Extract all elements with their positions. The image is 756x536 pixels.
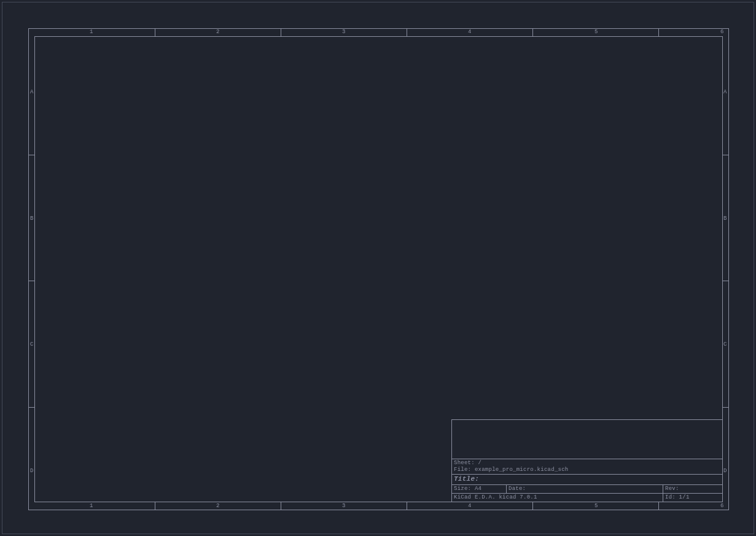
title-block-generator: KiCad E.D.A. kicad 7.0.1 [452,494,663,502]
title-block-title: Title: [452,475,722,484]
ruler-row-right: B [723,216,727,222]
ruler-tick [29,281,34,281]
title-block-date: Date: [506,485,663,493]
schematic-canvas[interactable]: 1 2 3 4 5 6 1 2 3 4 5 6 A B C D A B [2,2,754,534]
ruler-tick [29,155,34,155]
ruler-col-top: 3 [342,29,346,35]
title-block-id: Id: 1/1 [663,494,722,502]
ruler-row-right: D [723,468,727,474]
title-block-sheet: Sheet: / [454,460,720,467]
ruler-tick [532,502,533,510]
ruler-col-top: 5 [594,29,598,35]
ruler-tick [658,29,659,36]
ruler-col-top: 1 [90,29,93,35]
ruler-tick [407,502,407,510]
title-block-sheet-file: Sheet: / File: example_pro_micro.kicad_s… [452,459,722,474]
ruler-tick [155,29,155,36]
ruler-tick [723,155,728,155]
ruler-col-bottom: 2 [216,503,220,509]
ruler-col-bottom: 5 [594,503,598,509]
ruler-col-top: 6 [720,29,724,35]
sheet-frame: 1 2 3 4 5 6 1 2 3 4 5 6 A B C D A B [28,28,729,510]
title-block: Sheet: / File: example_pro_micro.kicad_s… [451,419,723,502]
ruler-tick [155,502,155,510]
ruler-col-bottom: 1 [90,503,93,509]
ruler-col-bottom: 6 [720,503,724,509]
title-block-rev: Rev: [663,485,722,493]
ruler-row-left: A [30,90,34,95]
ruler-row-right: C [723,342,727,348]
title-block-size: Size: A4 [452,485,506,493]
ruler-col-top: 4 [468,29,472,35]
ruler-tick [532,29,533,36]
ruler-tick [281,29,281,36]
ruler-tick [723,281,728,281]
ruler-row-left: D [30,468,34,474]
title-block-file: File: example_pro_micro.kicad_sch [454,467,720,473]
title-block-comment-area [452,420,722,459]
ruler-col-bottom: 3 [342,503,346,509]
ruler-row-left: C [30,342,34,348]
ruler-tick [407,29,407,36]
ruler-col-top: 2 [216,29,220,35]
ruler-row-right: A [723,90,727,95]
ruler-col-bottom: 4 [468,503,472,509]
ruler-row-left: B [30,216,34,222]
ruler-tick [723,407,728,408]
ruler-tick [29,407,34,408]
ruler-tick [281,502,281,510]
ruler-tick [658,502,659,510]
